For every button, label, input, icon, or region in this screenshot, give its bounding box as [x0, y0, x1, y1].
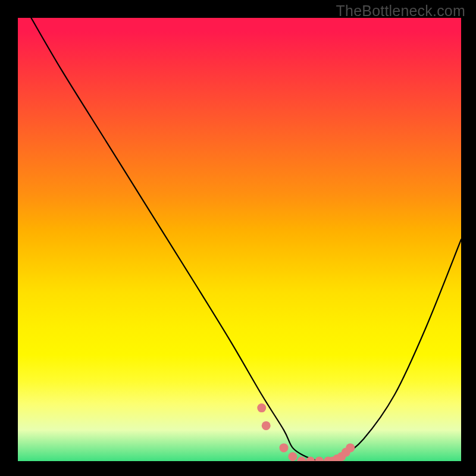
highlight-dot [315, 457, 324, 462]
highlight-dot [280, 443, 289, 452]
chart-container: TheBottleneck.com [0, 0, 476, 476]
highlight-dot [288, 452, 297, 461]
highlight-dot [346, 443, 355, 452]
chart-svg [18, 18, 461, 461]
highlight-dot [262, 421, 271, 430]
plot-area [18, 18, 461, 461]
highlight-dot [257, 403, 266, 412]
bottleneck-curve [31, 18, 461, 461]
watermark-text: TheBottleneck.com [336, 2, 465, 20]
highlight-dot [297, 457, 306, 462]
